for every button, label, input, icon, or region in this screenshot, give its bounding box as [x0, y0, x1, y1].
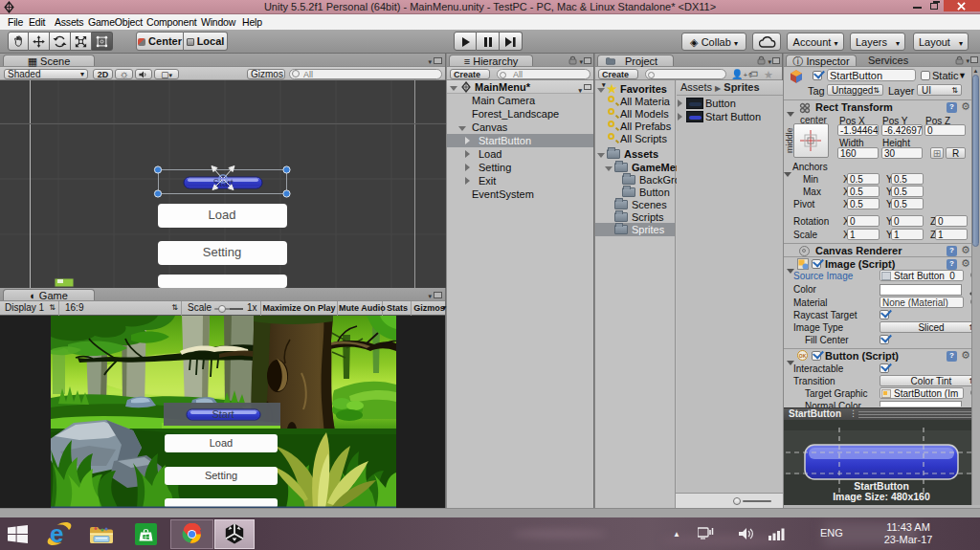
svg-text:Start: Start: [212, 408, 234, 420]
svg-text:Image Size: 480x160: Image Size: 480x160: [833, 491, 930, 502]
svg-text:Setting: Setting: [205, 470, 237, 481]
svg-text:Load: Load: [210, 437, 233, 449]
svg-text:Load: Load: [209, 208, 236, 222]
svg-text:Setting: Setting: [203, 245, 241, 259]
